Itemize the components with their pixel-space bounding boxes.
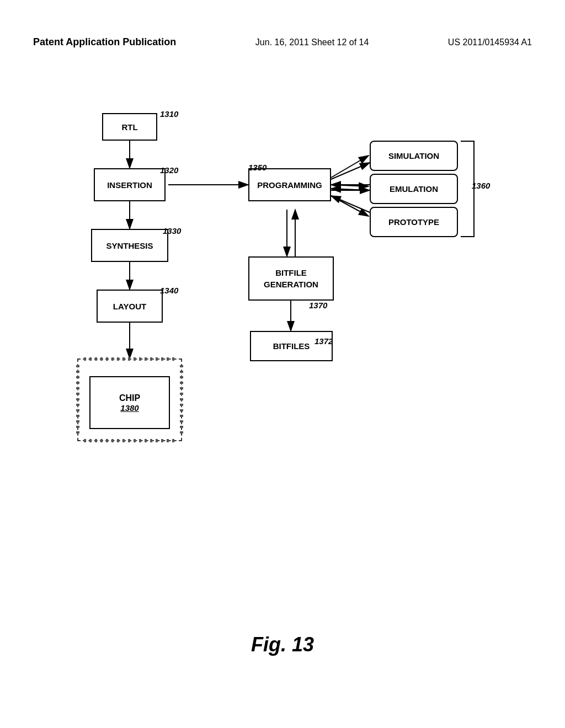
insertion-label: INSERTION [107, 180, 152, 190]
bitfiles-label: BITFILES [273, 341, 310, 351]
publication-label: Patent Application Publication [33, 36, 176, 48]
simulation-box: SIMULATION [370, 141, 458, 171]
rtl-number: 1310 [160, 109, 178, 119]
svg-line-17 [331, 185, 369, 186]
prototype-box: PROTOTYPE [370, 207, 458, 237]
sheet-info: Jun. 16, 2011 Sheet 12 of 14 [255, 38, 369, 47]
fig-caption-text: Fig. 13 [251, 633, 314, 656]
bitfile-gen-box: BITFILE GENERATION [248, 256, 334, 301]
bitfiles-box: BITFILES [250, 331, 333, 361]
simulation-label: SIMULATION [388, 151, 439, 160]
page: Patent Application Publication Jun. 16, … [0, 0, 565, 728]
diagram: RTL 1310 INSERTION 1320 SYNTHESIS 1330 L… [44, 88, 521, 618]
figure-caption: Fig. 13 [0, 633, 565, 656]
rtl-box: RTL [102, 113, 157, 141]
group-number: 1360 [472, 181, 490, 190]
emulation-box: EMULATION [370, 174, 458, 204]
bitfile-gen-label: BITFILE GENERATION [264, 267, 318, 290]
synthesis-label: SYNTHESIS [106, 241, 153, 250]
prototype-label: PROTOTYPE [388, 217, 439, 227]
svg-line-10 [331, 163, 370, 179]
header: Patent Application Publication Jun. 16, … [0, 36, 565, 48]
bitfiles-number: 1372 [315, 336, 333, 346]
rtl-label: RTL [121, 122, 137, 132]
emulation-label: EMULATION [390, 184, 438, 194]
programming-number: 1350 [248, 163, 266, 172]
patent-number: US 2011/0145934 A1 [448, 38, 532, 47]
programming-box: PROGRAMMING [248, 168, 331, 201]
layout-number: 1340 [160, 286, 178, 295]
svg-line-13 [331, 196, 370, 212]
svg-line-19 [331, 196, 369, 216]
chip-number: 1380 [120, 403, 138, 413]
programming-label: PROGRAMMING [257, 180, 322, 190]
chip-label: CHIP [119, 393, 140, 403]
layout-box: LAYOUT [97, 290, 163, 323]
synthesis-number: 1330 [163, 226, 181, 235]
insertion-number: 1320 [160, 165, 178, 175]
svg-line-16 [331, 156, 369, 178]
synthesis-box: SYNTHESIS [91, 229, 168, 262]
chip-outer: CHIP 1380 [77, 358, 182, 441]
insertion-box: INSERTION [94, 168, 166, 201]
svg-line-18 [331, 189, 369, 190]
layout-label: LAYOUT [113, 302, 146, 311]
bitfile-gen-number: 1370 [309, 301, 327, 310]
